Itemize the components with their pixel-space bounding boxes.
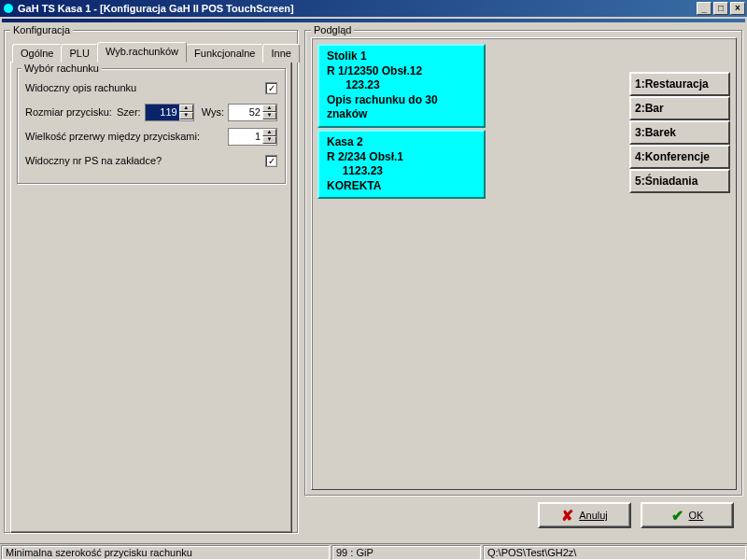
szer-label: Szer: bbox=[117, 106, 141, 118]
status-user: 99 : GiP bbox=[331, 545, 481, 560]
ps-tab-label: Widoczny nr PS na zakładce? bbox=[25, 155, 256, 166]
tab-wybrachunkow[interactable]: Wyb.rachunków bbox=[97, 42, 187, 63]
status-path: Q:\POS\Test\GH2z\ bbox=[483, 545, 746, 560]
ok-label: OK bbox=[689, 510, 704, 521]
tile-line: Opis rachunku do 30 znaków bbox=[327, 93, 476, 122]
config-groupbox: Konfiguracja Ogólne PLU Wyb.rachunków Fu… bbox=[4, 30, 299, 534]
spin-down-icon[interactable]: ▼ bbox=[262, 136, 276, 144]
tab-inne[interactable]: Inne bbox=[262, 44, 299, 63]
ok-button[interactable]: ✔ OK bbox=[641, 502, 734, 528]
app-icon bbox=[2, 2, 15, 15]
spin-down-icon[interactable]: ▼ bbox=[179, 112, 193, 119]
maximize-button[interactable]: □ bbox=[713, 2, 728, 15]
tile-line: 123.23 bbox=[327, 78, 476, 93]
tile-line: KOREKTA bbox=[327, 179, 476, 194]
spin-up-icon[interactable]: ▲ bbox=[262, 129, 276, 136]
titlebar: GaH TS Kasa 1 - [Konfiguracja GaH II POS… bbox=[0, 0, 747, 17]
spin-down-icon[interactable]: ▼ bbox=[262, 112, 276, 119]
preview-groupbox: Podgląd Stolik 1 R 1/12350 Obsł.12 123.2… bbox=[304, 30, 743, 497]
tile-line: R 1/12350 Obsł.12 bbox=[327, 64, 476, 79]
cancel-button[interactable]: ✘ Anuluj bbox=[538, 502, 631, 528]
tab-content: Wybór rachunku Widoczny opis rachunku ✓ … bbox=[10, 62, 292, 533]
gap-label: Wielkość przerwy między przyciskami: bbox=[25, 131, 228, 142]
szer-spinner[interactable]: ▲▼ bbox=[145, 104, 194, 121]
statusbar: Minimalna szerokość przycisku rachunku 9… bbox=[0, 543, 747, 560]
preview-area: Stolik 1 R 1/12350 Obsł.12 123.23 Opis r… bbox=[311, 37, 737, 490]
cancel-icon: ✘ bbox=[561, 507, 573, 525]
szer-input[interactable] bbox=[146, 105, 179, 120]
wys-input[interactable] bbox=[229, 105, 262, 120]
ok-icon: ✔ bbox=[671, 507, 684, 525]
preview-label: Podgląd bbox=[311, 24, 354, 35]
tile-line: Stolik 1 bbox=[327, 49, 476, 64]
svg-point-1 bbox=[4, 4, 13, 13]
window-title: GaH TS Kasa 1 - [Konfiguracja GaH II POS… bbox=[18, 3, 697, 14]
visible-desc-checkbox[interactable]: ✓ bbox=[265, 82, 277, 94]
room-button[interactable]: 4:Konferencje bbox=[629, 145, 730, 169]
room-button[interactable]: 5:Śniadania bbox=[629, 169, 730, 193]
cancel-label: Anuluj bbox=[579, 510, 608, 521]
config-tabs: Ogólne PLU Wyb.rachunków Funkcjonalne In… bbox=[12, 44, 292, 63]
room-button[interactable]: 1:Restauracja bbox=[629, 72, 730, 96]
tab-ogolne[interactable]: Ogólne bbox=[12, 44, 62, 63]
close-button[interactable]: × bbox=[730, 2, 745, 15]
tab-funkcjonalne[interactable]: Funkcjonalne bbox=[186, 44, 263, 63]
gap-input[interactable] bbox=[229, 129, 262, 145]
tile-line: Kasa 2 bbox=[327, 135, 476, 150]
gap-spinner[interactable]: ▲▼ bbox=[228, 128, 277, 146]
pos-tile[interactable]: Kasa 2 R 2/234 Obsł.1 1123.23 KOREKTA bbox=[317, 130, 486, 199]
wys-spinner[interactable]: ▲▼ bbox=[228, 104, 277, 121]
spin-up-icon[interactable]: ▲ bbox=[179, 105, 193, 112]
spin-up-icon[interactable]: ▲ bbox=[262, 105, 276, 112]
config-label: Konfiguracja bbox=[10, 24, 73, 35]
tab-plu[interactable]: PLU bbox=[61, 44, 97, 63]
room-button[interactable]: 2:Bar bbox=[629, 96, 730, 120]
status-hint: Minimalna szerokość przycisku rachunku bbox=[1, 545, 330, 560]
room-button[interactable]: 3:Barek bbox=[629, 120, 730, 145]
pos-tile[interactable]: Stolik 1 R 1/12350 Obsł.12 123.23 Opis r… bbox=[317, 44, 486, 128]
ps-tab-checkbox[interactable]: ✓ bbox=[265, 155, 277, 167]
wybor-rachunku-group: Wybór rachunku Widoczny opis rachunku ✓ … bbox=[17, 68, 286, 184]
button-size-label: Rozmiar przycisku: bbox=[25, 106, 117, 118]
wys-label: Wys: bbox=[202, 106, 224, 118]
tile-line: 1123.23 bbox=[327, 164, 476, 179]
wybor-rachunku-label: Wybór rachunku bbox=[21, 63, 102, 74]
minimize-button[interactable]: _ bbox=[697, 2, 712, 15]
tile-line: R 2/234 Obsł.1 bbox=[327, 150, 476, 165]
visible-desc-label: Widoczny opis rachunku bbox=[25, 82, 256, 93]
